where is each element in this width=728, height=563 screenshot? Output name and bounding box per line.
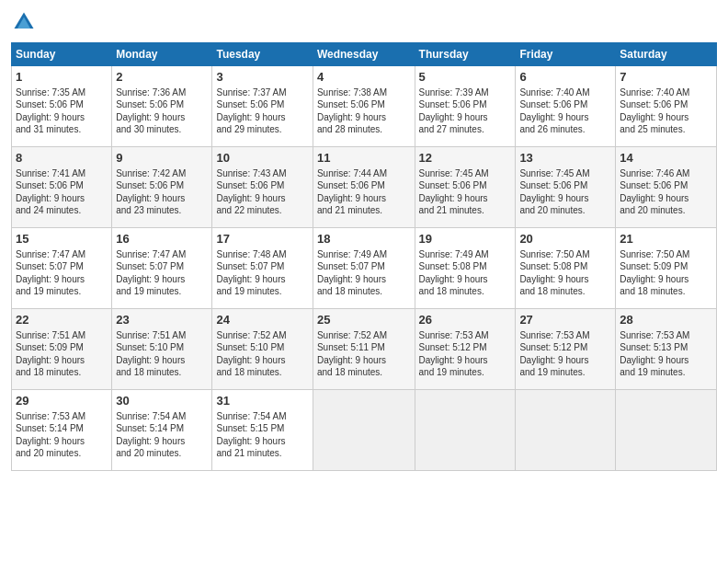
day-number: 23: [116, 312, 208, 328]
day-info-line: Sunrise: 7:53 AM: [419, 329, 512, 342]
day-info-line: Sunrise: 7:50 AM: [519, 248, 611, 261]
day-number: 2: [116, 69, 208, 86]
day-info-line: and 19 minutes.: [116, 285, 208, 298]
day-info-line: Sunset: 5:06 PM: [116, 179, 208, 192]
day-number: 9: [116, 150, 208, 167]
day-info-line: Sunset: 5:06 PM: [16, 98, 108, 111]
day-info-line: Sunset: 5:12 PM: [519, 341, 611, 354]
day-info-line: Daylight: 9 hours: [519, 273, 611, 286]
day-info-line: Sunset: 5:06 PM: [519, 179, 611, 192]
calendar-cell: 4Sunrise: 7:38 AMSunset: 5:06 PMDaylight…: [313, 66, 415, 147]
day-info-line: Daylight: 9 hours: [419, 111, 512, 124]
day-info-line: and 19 minutes.: [419, 366, 512, 379]
calendar-cell: 3Sunrise: 7:37 AMSunset: 5:06 PMDaylight…: [212, 66, 313, 147]
day-info-line: Sunrise: 7:45 AM: [519, 167, 611, 180]
day-info-line: Sunrise: 7:51 AM: [116, 329, 208, 342]
day-number: 25: [317, 312, 411, 328]
calendar-cell: 13Sunrise: 7:45 AMSunset: 5:06 PMDayligh…: [516, 147, 616, 228]
day-number: 13: [519, 150, 611, 167]
day-info-line: Sunrise: 7:49 AM: [419, 248, 512, 261]
day-info-line: Daylight: 9 hours: [317, 354, 411, 367]
calendar-cell: 23Sunrise: 7:51 AMSunset: 5:10 PMDayligh…: [112, 309, 212, 390]
day-number: 1: [16, 69, 108, 86]
day-number: 17: [216, 231, 308, 247]
day-info-line: and 20 minutes.: [620, 204, 712, 217]
day-info-line: Daylight: 9 hours: [16, 111, 108, 124]
calendar-body: 1Sunrise: 7:35 AMSunset: 5:06 PMDaylight…: [12, 66, 717, 471]
calendar-cell: 15Sunrise: 7:47 AMSunset: 5:07 PMDayligh…: [12, 228, 112, 309]
page-header: [11, 9, 717, 35]
day-info-line: Sunrise: 7:48 AM: [216, 248, 308, 261]
calendar-cell: 10Sunrise: 7:43 AMSunset: 5:06 PMDayligh…: [212, 147, 313, 228]
day-info-line: Sunrise: 7:45 AM: [419, 167, 512, 180]
day-info-line: Sunrise: 7:50 AM: [620, 248, 712, 261]
day-info-line: and 21 minutes.: [419, 204, 512, 217]
day-number: 27: [519, 312, 611, 328]
day-info-line: Daylight: 9 hours: [116, 111, 208, 124]
day-info-line: and 26 minutes.: [519, 123, 611, 136]
header-cell-wednesday: Wednesday: [313, 43, 415, 66]
calendar-cell: 5Sunrise: 7:39 AMSunset: 5:06 PMDaylight…: [415, 66, 516, 147]
day-info-line: Daylight: 9 hours: [519, 192, 611, 205]
calendar-cell: [415, 390, 516, 471]
day-info-line: Sunset: 5:06 PM: [317, 98, 411, 111]
day-info-line: Sunrise: 7:44 AM: [317, 167, 411, 180]
day-info-line: Sunset: 5:06 PM: [419, 179, 512, 192]
calendar-row-2: 8Sunrise: 7:41 AMSunset: 5:06 PMDaylight…: [12, 147, 717, 228]
calendar-table: SundayMondayTuesdayWednesdayThursdayFrid…: [11, 42, 717, 471]
day-info-line: and 25 minutes.: [620, 123, 712, 136]
calendar-cell: 20Sunrise: 7:50 AMSunset: 5:08 PMDayligh…: [516, 228, 616, 309]
calendar-cell: 11Sunrise: 7:44 AMSunset: 5:06 PMDayligh…: [313, 147, 415, 228]
day-info-line: Sunset: 5:14 PM: [16, 422, 108, 435]
day-info-line: Daylight: 9 hours: [620, 273, 712, 286]
calendar-cell: 25Sunrise: 7:52 AMSunset: 5:11 PMDayligh…: [313, 309, 415, 390]
day-info-line: Daylight: 9 hours: [16, 192, 108, 205]
day-number: 7: [620, 69, 712, 86]
day-number: 5: [419, 69, 512, 86]
calendar-cell: 8Sunrise: 7:41 AMSunset: 5:06 PMDaylight…: [12, 147, 112, 228]
calendar-row-5: 29Sunrise: 7:53 AMSunset: 5:14 PMDayligh…: [12, 390, 717, 471]
logo: [11, 9, 39, 35]
day-info-line: Sunrise: 7:37 AM: [216, 86, 308, 99]
day-info-line: and 21 minutes.: [317, 204, 411, 217]
day-info-line: Daylight: 9 hours: [519, 354, 611, 367]
day-info-line: Daylight: 9 hours: [216, 192, 308, 205]
day-info-line: Sunset: 5:09 PM: [620, 260, 712, 273]
calendar-cell: 14Sunrise: 7:46 AMSunset: 5:06 PMDayligh…: [616, 147, 717, 228]
calendar-cell: 7Sunrise: 7:40 AMSunset: 5:06 PMDaylight…: [616, 66, 717, 147]
calendar-cell: 28Sunrise: 7:53 AMSunset: 5:13 PMDayligh…: [616, 309, 717, 390]
day-number: 8: [16, 150, 108, 167]
calendar-cell: 19Sunrise: 7:49 AMSunset: 5:08 PMDayligh…: [415, 228, 516, 309]
day-info-line: Sunset: 5:11 PM: [317, 341, 411, 354]
day-info-line: Sunset: 5:14 PM: [116, 422, 208, 435]
day-info-line: and 18 minutes.: [519, 285, 611, 298]
day-info-line: Daylight: 9 hours: [116, 354, 208, 367]
day-info-line: Daylight: 9 hours: [216, 111, 308, 124]
day-info-line: and 23 minutes.: [116, 204, 208, 217]
day-info-line: Sunrise: 7:40 AM: [519, 86, 611, 99]
day-info-line: and 18 minutes.: [620, 285, 712, 298]
header-cell-thursday: Thursday: [415, 43, 516, 66]
day-info-line: Sunset: 5:06 PM: [519, 98, 611, 111]
day-number: 18: [317, 231, 411, 247]
day-info-line: Sunset: 5:12 PM: [419, 341, 512, 354]
day-number: 26: [419, 312, 512, 328]
calendar-cell: 30Sunrise: 7:54 AMSunset: 5:14 PMDayligh…: [112, 390, 212, 471]
day-number: 4: [317, 69, 411, 86]
calendar-cell: 21Sunrise: 7:50 AMSunset: 5:09 PMDayligh…: [616, 228, 717, 309]
day-number: 19: [419, 231, 512, 247]
day-info-line: Daylight: 9 hours: [16, 435, 108, 448]
calendar-cell: 24Sunrise: 7:52 AMSunset: 5:10 PMDayligh…: [212, 309, 313, 390]
day-info-line: and 27 minutes.: [419, 123, 512, 136]
day-info-line: Sunrise: 7:41 AM: [16, 167, 108, 180]
day-number: 14: [620, 150, 712, 167]
day-info-line: and 18 minutes.: [317, 285, 411, 298]
calendar-row-4: 22Sunrise: 7:51 AMSunset: 5:09 PMDayligh…: [12, 309, 717, 390]
day-number: 15: [16, 231, 108, 247]
day-info-line: Sunrise: 7:47 AM: [116, 248, 208, 261]
day-info-line: Sunset: 5:06 PM: [216, 179, 308, 192]
day-info-line: Sunrise: 7:52 AM: [317, 329, 411, 342]
day-number: 6: [519, 69, 611, 86]
header-cell-sunday: Sunday: [12, 43, 112, 66]
day-info-line: Sunrise: 7:36 AM: [116, 86, 208, 99]
